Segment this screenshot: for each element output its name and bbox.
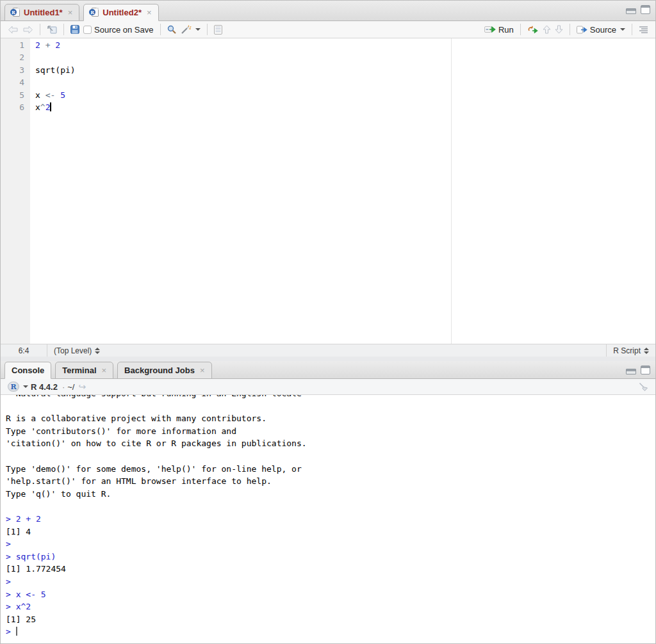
r-version-caret[interactable]: [23, 385, 28, 388]
tab-untitled1[interactable]: R Untitled1* ×: [4, 4, 79, 21]
editor-status-bar: 6:4 (Top Level) R Script: [1, 344, 655, 357]
r-file-icon: R: [12, 8, 20, 17]
source-editor-pane: R Untitled1* × R Untitled2* ×: [1, 1, 655, 357]
tab-label: Console: [12, 366, 44, 375]
console-output[interactable]: Natural language support but running in …: [1, 395, 655, 643]
close-tab-icon[interactable]: ×: [199, 366, 205, 375]
document-outline-icon[interactable]: [637, 24, 650, 35]
save-icon[interactable]: [69, 24, 81, 35]
line-number: 5: [1, 89, 24, 101]
code-line[interactable]: sqrt(pi): [35, 64, 655, 76]
tab-label: Background Jobs: [124, 366, 195, 375]
console-line: >: [6, 625, 655, 638]
console-line: Type 'demo()' for some demos, 'help()' f…: [6, 463, 655, 476]
pane-splitter[interactable]: [1, 357, 655, 361]
console-toolbar: R R 4.4.2 · ~/ ↪: [1, 379, 655, 395]
open-in-new-window-icon[interactable]: [45, 24, 59, 35]
console-pane: Console Terminal × Background Jobs × R R…: [1, 361, 655, 643]
r-version-label: R 4.4.2: [31, 382, 58, 392]
line-number: 1: [1, 39, 24, 51]
close-tab-icon[interactable]: ×: [145, 8, 152, 17]
line-number: 2: [1, 51, 24, 63]
code-line[interactable]: x <- 5: [35, 89, 655, 101]
scope-updown-icon: [95, 348, 100, 354]
r-version-menu[interactable]: R R 4.4.2: [6, 380, 60, 393]
working-directory: ~/: [67, 382, 74, 392]
close-tab-icon[interactable]: ×: [67, 8, 73, 17]
console-cursor: [16, 627, 17, 636]
tab-terminal[interactable]: Terminal ×: [55, 362, 113, 379]
editor-gutter: 123456: [1, 38, 30, 344]
code-tools-wand-icon[interactable]: [179, 24, 202, 36]
editor-code[interactable]: 2 + 2 sqrt(pi) x <- 5x^2: [30, 38, 655, 344]
source-label: Source: [590, 25, 616, 35]
source-on-save-checkbox[interactable]: Source on Save: [81, 24, 156, 36]
console-line: 'help.start()' for an HTML browser inter…: [6, 475, 655, 488]
tab-label: Untitled1*: [24, 8, 63, 17]
dot-separator: ·: [60, 382, 67, 392]
tab-label: Untitled2*: [102, 8, 142, 17]
console-line: [6, 450, 655, 463]
source-dropdown-caret[interactable]: [620, 28, 625, 31]
tab-label: Terminal: [62, 366, 96, 375]
compile-report-icon[interactable]: [212, 24, 224, 36]
wand-dropdown-caret[interactable]: [195, 28, 201, 31]
back-icon[interactable]: [6, 24, 20, 35]
go-to-next-section-icon[interactable]: [553, 24, 565, 35]
rerun-icon[interactable]: [525, 24, 541, 35]
go-to-previous-section-icon[interactable]: [541, 24, 553, 35]
r-logo-icon: R: [8, 382, 19, 392]
console-line: > 2 + 2: [6, 513, 655, 526]
console-line: >: [6, 576, 655, 588]
code-line[interactable]: 2 + 2: [35, 39, 655, 51]
console-line: [1] 25: [6, 613, 655, 626]
code-line[interactable]: [35, 76, 655, 88]
code-line[interactable]: [35, 51, 655, 63]
console-tab-bar: Console Terminal × Background Jobs ×: [1, 361, 655, 379]
goto-working-dir-icon[interactable]: ↪: [78, 382, 86, 392]
checkbox-icon[interactable]: [83, 26, 92, 34]
r-file-icon: R: [90, 8, 99, 17]
console-line: > x <- 5: [6, 588, 655, 601]
maximize-pane-icon[interactable]: [641, 5, 650, 14]
console-line: 'citation()' on how to cite R or R packa…: [6, 437, 655, 450]
console-line: Type 'q()' to quit R.: [6, 488, 655, 501]
editor-tab-bar: R Untitled1* × R Untitled2* ×: [1, 1, 655, 21]
console-line: [6, 500, 655, 513]
source-button[interactable]: Source: [575, 24, 627, 36]
rstudio-window: R Untitled1* × R Untitled2* ×: [0, 0, 656, 644]
console-scrollback: Natural language support but running in …: [6, 395, 655, 638]
editor-text-cursor: [50, 102, 51, 111]
console-line: > x^2: [6, 600, 655, 613]
code-line[interactable]: x^2: [35, 101, 655, 113]
console-line: R is a collaborative project with many c…: [6, 412, 655, 425]
editor-toolbar: Source on Save Run: [1, 21, 655, 38]
print-margin-line: [451, 38, 452, 344]
tab-untitled2[interactable]: R Untitled2* ×: [83, 4, 158, 21]
run-label: Run: [498, 25, 514, 35]
run-button[interactable]: Run: [482, 24, 516, 36]
tab-console[interactable]: Console: [4, 362, 51, 379]
source-on-save-label: Source on Save: [94, 25, 154, 35]
console-line: [1] 1.772454: [6, 563, 655, 576]
minimize-pane-icon[interactable]: [626, 8, 636, 14]
find-replace-icon[interactable]: [165, 24, 179, 36]
line-number: 4: [1, 76, 24, 88]
console-line: >: [6, 538, 655, 551]
cursor-position: 6:4: [1, 346, 47, 355]
editor-body[interactable]: 123456 2 + 2 sqrt(pi) x <- 5x^2: [1, 38, 655, 344]
tab-background-jobs[interactable]: Background Jobs ×: [117, 362, 211, 379]
console-line: Natural language support but running in …: [6, 395, 655, 400]
clear-console-broom-icon[interactable]: [637, 381, 650, 393]
forward-icon[interactable]: [20, 24, 35, 35]
console-line: Type 'contributors()' for more informati…: [6, 425, 655, 438]
minimize-pane-icon[interactable]: [626, 369, 636, 374]
console-line: > sqrt(pi): [6, 551, 655, 563]
console-line: [6, 400, 655, 413]
close-tab-icon[interactable]: ×: [101, 366, 107, 375]
maximize-pane-icon[interactable]: [641, 366, 650, 374]
file-type-updown-icon: [644, 348, 649, 354]
line-number: 6: [1, 101, 24, 113]
scope-selector[interactable]: (Top Level): [47, 346, 106, 355]
file-type-selector[interactable]: R Script: [607, 346, 655, 355]
